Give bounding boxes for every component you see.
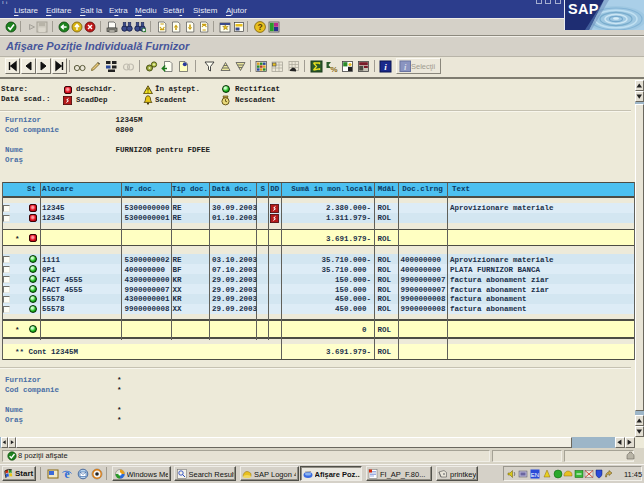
svg-text:e: e: [64, 468, 69, 480]
svg-text:%: %: [331, 65, 338, 74]
svg-text:SAP: SAP: [568, 1, 599, 17]
svg-text:?: ?: [257, 22, 262, 32]
svg-text:EN: EN: [531, 471, 539, 477]
